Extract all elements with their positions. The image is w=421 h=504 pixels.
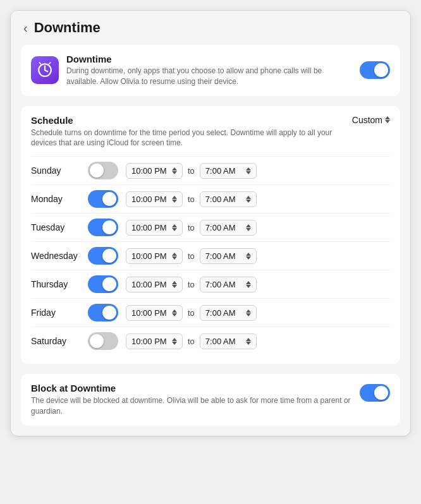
start-chevron-thursday	[172, 281, 177, 288]
start-time-tuesday[interactable]: 10:00 PM	[126, 220, 183, 236]
to-label-wednesday: to	[188, 251, 195, 261]
schedule-section: Schedule Schedule turns on downtime for …	[21, 106, 400, 364]
schedule-type-picker[interactable]: Custom	[352, 115, 390, 125]
block-desc: The device will be blocked at downtime. …	[31, 395, 352, 417]
end-time-friday[interactable]: 7:00 AM	[200, 305, 257, 321]
header: ‹ Downtime	[11, 11, 410, 45]
start-time-sunday[interactable]: 10:00 PM	[126, 163, 183, 179]
schedule-type-chevron	[385, 116, 390, 123]
downtime-card-text: Downtime During downtime, only apps that…	[66, 54, 352, 87]
schedule-desc: Schedule turns on downtime for the time …	[31, 128, 342, 149]
downtime-card: Downtime During downtime, only apps that…	[21, 45, 400, 96]
schedule-type-label: Custom	[352, 115, 382, 125]
day-label-saturday: Saturday	[31, 336, 88, 346]
schedule-header-left: Schedule Schedule turns on downtime for …	[31, 115, 342, 149]
day-rows: Sunday 10:00 PM to 7:00 AM Monday	[31, 156, 390, 355]
end-time-monday[interactable]: 7:00 AM	[200, 191, 257, 207]
block-toggle[interactable]	[360, 384, 390, 402]
day-toggle-sunday[interactable]	[88, 162, 118, 179]
block-toggle-track[interactable]	[360, 384, 390, 402]
block-downtime-card: Block at Downtime The device will be blo…	[21, 374, 400, 426]
downtime-toggle-thumb	[374, 63, 388, 77]
start-chevron-tuesday	[172, 224, 177, 231]
downtime-toggle-track[interactable]	[360, 61, 390, 79]
day-toggle-saturday[interactable]	[88, 332, 118, 350]
day-row-thursday: Thursday 10:00 PM to 7:00 AM	[31, 270, 390, 298]
day-row-friday: Friday 10:00 PM to 7:00 AM	[31, 298, 390, 327]
day-label-wednesday: Wednesday	[31, 251, 88, 261]
start-time-wednesday[interactable]: 10:00 PM	[126, 248, 183, 264]
downtime-toggle[interactable]	[360, 61, 390, 79]
start-chevron-wednesday	[172, 253, 177, 260]
back-icon: ‹	[23, 21, 28, 35]
downtime-app-icon	[31, 56, 59, 84]
start-time-saturday[interactable]: 10:00 PM	[126, 333, 183, 349]
day-row-monday: Monday 10:00 PM to 7:00 AM	[31, 184, 390, 213]
day-row-wednesday: Wednesday 10:00 PM to 7:00 AM	[31, 241, 390, 270]
day-label-sunday: Sunday	[31, 165, 88, 176]
day-toggle-thursday[interactable]	[88, 275, 118, 293]
end-chevron-wednesday	[246, 253, 251, 260]
end-chevron-friday	[246, 309, 251, 316]
end-time-saturday[interactable]: 7:00 AM	[200, 333, 257, 349]
schedule-title: Schedule	[31, 115, 342, 126]
downtime-card-desc: During downtime, only apps that you choo…	[66, 66, 352, 87]
to-label-saturday: to	[188, 337, 195, 346]
page-title: Downtime	[34, 20, 101, 36]
end-time-wednesday[interactable]: 7:00 AM	[200, 248, 257, 264]
start-time-thursday[interactable]: 10:00 PM	[126, 277, 183, 292]
day-toggle-monday[interactable]	[88, 190, 118, 208]
end-chevron-monday	[246, 196, 251, 203]
to-label-friday: to	[188, 308, 195, 318]
day-row-saturday: Saturday 10:00 PM to 7:00 AM	[31, 327, 390, 355]
main-window: ‹ Downtime Downtime During downtime, onl…	[10, 10, 411, 436]
back-button[interactable]: ‹	[23, 21, 28, 35]
svg-line-2	[45, 70, 47, 71]
start-chevron-sunday	[172, 167, 177, 174]
end-time-sunday[interactable]: 7:00 AM	[200, 163, 257, 179]
start-time-monday[interactable]: 10:00 PM	[126, 191, 183, 207]
end-chevron-tuesday	[246, 224, 251, 231]
day-row-tuesday: Tuesday 10:00 PM to 7:00 AM	[31, 213, 390, 241]
to-label-sunday: to	[188, 166, 195, 176]
to-label-monday: to	[188, 195, 195, 204]
start-time-friday[interactable]: 10:00 PM	[126, 305, 183, 321]
start-chevron-friday	[172, 309, 177, 316]
block-title: Block at Downtime	[31, 383, 352, 393]
svg-line-4	[49, 63, 51, 64]
day-label-friday: Friday	[31, 308, 88, 318]
day-row-sunday: Sunday 10:00 PM to 7:00 AM	[31, 156, 390, 184]
start-chevron-monday	[172, 196, 177, 203]
block-text: Block at Downtime The device will be blo…	[31, 383, 352, 417]
end-time-tuesday[interactable]: 7:00 AM	[200, 220, 257, 236]
end-chevron-thursday	[246, 281, 251, 288]
day-label-thursday: Thursday	[31, 279, 88, 289]
to-label-thursday: to	[188, 280, 195, 289]
schedule-header: Schedule Schedule turns on downtime for …	[31, 115, 390, 149]
day-toggle-wednesday[interactable]	[88, 247, 118, 265]
to-label-tuesday: to	[188, 223, 195, 232]
day-toggle-tuesday[interactable]	[88, 219, 118, 236]
block-toggle-thumb	[374, 386, 388, 400]
end-time-thursday[interactable]: 7:00 AM	[200, 277, 257, 292]
day-toggle-friday[interactable]	[88, 304, 118, 321]
day-label-monday: Monday	[31, 194, 88, 204]
downtime-card-title: Downtime	[66, 54, 352, 64]
start-chevron-saturday	[172, 338, 177, 345]
end-chevron-sunday	[246, 167, 251, 174]
end-chevron-saturday	[246, 338, 251, 345]
day-label-tuesday: Tuesday	[31, 222, 88, 232]
downtime-card-row: Downtime During downtime, only apps that…	[31, 54, 390, 87]
svg-line-3	[39, 63, 40, 64]
